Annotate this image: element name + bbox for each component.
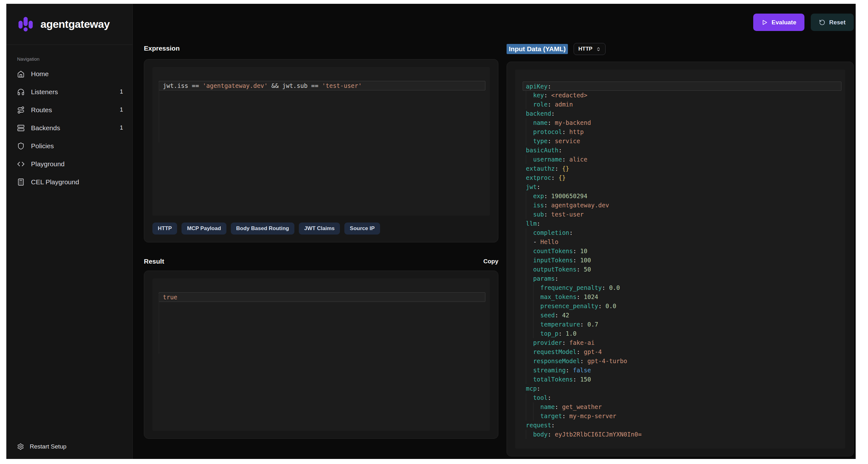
code-token: eyJtb2RlbCI6ICJmYXN0In0= xyxy=(555,431,642,438)
code-token: key xyxy=(533,92,544,99)
sidebar-item-label: Home xyxy=(31,70,49,78)
yaml-line: mcp: xyxy=(526,384,842,393)
restart-setup-button[interactable]: Restart Setup xyxy=(17,443,132,450)
code-token: : xyxy=(569,229,573,236)
code-token: : xyxy=(548,119,551,126)
code-token: : xyxy=(573,257,577,264)
code-token: temperature xyxy=(540,321,580,328)
preset-source-ip[interactable]: Source IP xyxy=(344,223,380,235)
input-type-select[interactable]: HTTP xyxy=(574,43,606,55)
code-token: 50 xyxy=(584,266,591,273)
code-token xyxy=(526,155,533,164)
reset-label: Reset xyxy=(829,19,845,26)
yaml-line: key: <redacted> xyxy=(526,91,842,100)
code-token xyxy=(526,311,533,320)
expression-editor[interactable]: jwt.iss == 'agentgateway.dev' && jwt.sub… xyxy=(152,67,490,216)
yaml-line: jwt: xyxy=(526,183,842,192)
code-token xyxy=(580,293,584,300)
code-token: <redacted> xyxy=(551,92,587,99)
yaml-line: countTokens: 10 xyxy=(526,246,842,256)
copy-button[interactable]: Copy xyxy=(484,258,499,265)
code-token: gpt-4-turbo xyxy=(588,358,627,364)
sidebar-item-home[interactable]: Home xyxy=(17,65,126,83)
result-card: true xyxy=(144,271,498,439)
code-token xyxy=(526,100,533,109)
code-token: extauthz xyxy=(526,165,555,172)
code-token xyxy=(526,201,533,210)
sidebar-item-backends[interactable]: Backends 1 xyxy=(17,119,126,137)
code-token: : xyxy=(577,266,580,273)
code-token: type xyxy=(533,137,548,144)
yaml-line: llm: xyxy=(526,219,842,228)
code-token: agentgateway.dev xyxy=(551,202,609,209)
sidebar-item-cel-playground[interactable]: CEL Playground xyxy=(17,173,126,191)
sidebar-item-playground[interactable]: Playground xyxy=(17,155,126,173)
sidebar-item-routes[interactable]: Routes 1 xyxy=(17,101,126,119)
headphones-icon xyxy=(17,88,25,96)
code-token: : xyxy=(558,330,562,337)
evaluate-button[interactable]: Evaluate xyxy=(753,13,804,31)
result-title: Result xyxy=(144,257,164,266)
sidebar-item-policies[interactable]: Policies xyxy=(17,137,126,155)
code-token: jwt.iss == xyxy=(163,82,203,89)
expression-code-line: jwt.iss == 'agentgateway.dev' && jwt.sub… xyxy=(159,81,485,90)
code-token: true xyxy=(163,294,177,301)
chevrons-up-down-icon xyxy=(596,47,601,52)
yaml-editor[interactable]: apiKey:key: <redacted>role: adminbackend… xyxy=(515,70,845,449)
code-token: : xyxy=(544,211,547,218)
preset-http[interactable]: HTTP xyxy=(152,223,177,235)
right-column: Input Data (YAML) HTTP apiKey:key: <reda… xyxy=(506,39,854,456)
code-token: llm xyxy=(526,220,537,227)
code-token: 100 xyxy=(580,257,591,264)
code-token: : xyxy=(551,422,555,429)
sidebar-footer: Restart Setup xyxy=(6,443,132,459)
code-token: 'agentgateway.dev' xyxy=(203,82,268,89)
code-token xyxy=(569,367,573,374)
calculator-icon xyxy=(17,178,25,186)
reset-button[interactable]: Reset xyxy=(811,13,854,31)
input-data-title: Input Data (YAML) xyxy=(506,44,568,54)
code-token xyxy=(526,393,533,402)
code-token: 1024 xyxy=(584,293,598,300)
code-token: test-user xyxy=(551,211,584,218)
code-token: max_tokens xyxy=(540,293,577,300)
code-token xyxy=(551,119,555,126)
code-token: top_p xyxy=(540,330,558,337)
yaml-line: target: my-mcp-server xyxy=(526,411,842,421)
code-token: responseModel xyxy=(533,358,580,364)
code-token xyxy=(526,283,533,292)
code-token: backend xyxy=(526,110,551,117)
code-token: : xyxy=(548,431,551,438)
code-token: && jwt.sub == xyxy=(268,82,322,89)
rotate-ccw-icon xyxy=(819,19,825,26)
code-token: : xyxy=(562,156,565,163)
result-editor[interactable]: true xyxy=(152,278,490,431)
code-token xyxy=(533,402,540,411)
code-token: my-mcp-server xyxy=(569,412,616,420)
sidebar-item-label: Listeners xyxy=(31,88,58,96)
preset-jwt-claims[interactable]: JWT Claims xyxy=(299,223,340,235)
code-token xyxy=(602,302,605,309)
code-token: : xyxy=(562,128,565,135)
code-token xyxy=(526,302,533,311)
sidebar-item-label: Backends xyxy=(31,124,60,132)
expression-card: jwt.iss == 'agentgateway.dev' && jwt.sub… xyxy=(144,59,498,242)
yaml-line: name: get_weather xyxy=(526,402,842,411)
code-token: : xyxy=(602,284,605,291)
code-token: 1900650294 xyxy=(551,193,587,199)
nav-section-label: Navigation xyxy=(17,56,126,62)
code-token: completion xyxy=(533,229,569,236)
sidebar-item-listeners[interactable]: Listeners 1 xyxy=(17,83,126,101)
preset-mcp-payload[interactable]: MCP Payload xyxy=(182,223,226,235)
preset-body-based-routing[interactable]: Body Based Routing xyxy=(231,223,294,235)
code-token: jwt xyxy=(526,183,537,190)
yaml-line: role: admin xyxy=(526,100,842,109)
code-token xyxy=(555,174,558,181)
code-token: : xyxy=(580,358,584,364)
code-token: : xyxy=(551,174,555,181)
code-token xyxy=(548,92,551,99)
brand-header: agentgateway xyxy=(6,4,132,45)
code-token: : xyxy=(548,83,551,90)
code-token: 0.7 xyxy=(588,321,598,328)
code-token xyxy=(526,430,533,439)
